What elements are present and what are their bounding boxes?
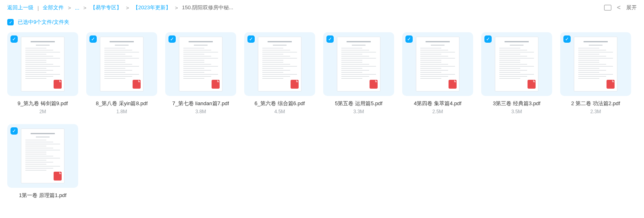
file-thumbnail[interactable]: ✓ <box>323 32 394 96</box>
file-size: 3.3M <box>353 109 364 114</box>
file-checkbox[interactable]: ✓ <box>10 35 18 43</box>
pdf-badge-icon <box>449 80 457 89</box>
pdf-badge-icon <box>528 80 536 89</box>
pdf-badge-icon <box>54 80 62 89</box>
file-name[interactable]: 5第五卷 运用篇5.pdf <box>335 100 382 107</box>
file-name[interactable]: 2 第二卷 功法篇2.pdf <box>571 100 620 107</box>
file-tile[interactable]: ✓4第四卷 集萃篇4.pdf2.5M <box>402 32 473 114</box>
breadcrumb: 返回上一级 | 全部文件 > ... > 【易学专区】 > 【2023年更新】 … <box>0 0 644 15</box>
document-preview <box>416 37 459 91</box>
breadcrumb-back[interactable]: 返回上一级 <box>7 4 33 11</box>
document-preview <box>574 37 617 91</box>
breadcrumb-ellipsis[interactable]: ... <box>75 5 79 11</box>
file-checkbox[interactable]: ✓ <box>405 35 413 43</box>
file-tile[interactable]: ✓7_第七卷 liandan篇7.pdf3.8M <box>165 32 236 114</box>
file-checkbox[interactable]: ✓ <box>89 35 97 43</box>
file-name[interactable]: 9_第九卷 铸剑篇9.pdf <box>18 100 68 107</box>
file-size: 2.3M <box>590 109 601 114</box>
select-all-checkbox[interactable]: ✓ <box>7 19 14 25</box>
file-tile[interactable]: ✓1第一卷 原理篇1.pdf <box>7 124 78 201</box>
pdf-badge-icon <box>291 80 299 89</box>
file-size: 4.5M <box>274 109 285 114</box>
file-name[interactable]: 7_第七卷 liandan篇7.pdf <box>172 100 229 107</box>
breadcrumb-sep: > <box>83 5 87 11</box>
document-preview <box>179 37 222 91</box>
file-thumbnail[interactable]: ✓ <box>86 32 157 96</box>
file-tile[interactable]: ✓5第五卷 运用篇5.pdf3.3M <box>323 32 394 114</box>
file-name[interactable]: 6_第六卷 综合篇6.pdf <box>255 100 305 107</box>
selection-bar: ✓ 已选中9个文件/文件夹 <box>0 15 644 32</box>
selection-count-label: 已选中9个文件/文件夹 <box>18 19 69 26</box>
view-mode-icon[interactable] <box>604 5 611 10</box>
file-tile[interactable]: ✓2 第二卷 功法篇2.pdf2.3M <box>560 32 631 114</box>
breadcrumb-path1[interactable]: 【易学专区】 <box>90 4 122 11</box>
document-preview <box>21 37 64 91</box>
file-checkbox[interactable]: ✓ <box>563 35 571 43</box>
file-tile[interactable]: ✓6_第六卷 综合篇6.pdf4.5M <box>244 32 315 114</box>
file-name[interactable]: 8_第八卷 采yin篇8.pdf <box>96 100 148 107</box>
file-checkbox[interactable]: ✓ <box>484 35 492 43</box>
breadcrumb-sep: > <box>126 5 129 11</box>
file-checkbox[interactable]: ✓ <box>168 35 176 43</box>
file-size: 3.5M <box>511 109 522 114</box>
breadcrumb-root[interactable]: 全部文件 <box>43 4 64 11</box>
file-name[interactable]: 3第三卷 经典篇3.pdf <box>493 100 540 107</box>
pdf-badge-icon <box>370 80 378 89</box>
pdf-badge-icon <box>54 172 62 181</box>
pdf-badge-icon <box>607 80 615 89</box>
file-thumbnail[interactable]: ✓ <box>244 32 315 96</box>
breadcrumb-current: 150.阴阳双修房中秘... <box>182 4 233 11</box>
document-preview <box>337 37 380 91</box>
document-preview <box>21 129 64 183</box>
file-size: 1.8M <box>116 109 127 114</box>
document-preview <box>495 37 538 91</box>
file-thumbnail[interactable]: ✓ <box>165 32 236 96</box>
file-size: 3.8M <box>195 109 206 114</box>
file-thumbnail[interactable]: ✓ <box>402 32 473 96</box>
expand-button[interactable]: 展开 <box>626 4 637 11</box>
breadcrumb-sep: > <box>175 5 178 11</box>
breadcrumb-path2[interactable]: 【2023年更新】 <box>133 4 171 11</box>
chevron-left-icon[interactable]: < <box>617 4 621 11</box>
pdf-badge-icon <box>133 80 141 89</box>
breadcrumb-sep: > <box>68 5 71 11</box>
file-checkbox[interactable]: ✓ <box>326 35 334 43</box>
file-tile[interactable]: ✓8_第八卷 采yin篇8.pdf1.8M <box>86 32 157 114</box>
pdf-badge-icon <box>212 80 220 89</box>
file-thumbnail[interactable]: ✓ <box>7 32 78 96</box>
file-checkbox[interactable]: ✓ <box>247 35 255 43</box>
file-name[interactable]: 1第一卷 原理篇1.pdf <box>19 192 66 199</box>
document-preview <box>100 37 143 91</box>
file-name[interactable]: 4第四卷 集萃篇4.pdf <box>414 100 461 107</box>
file-thumbnail[interactable]: ✓ <box>560 32 631 96</box>
breadcrumb-sep-pipe: | <box>37 5 39 11</box>
file-tile[interactable]: ✓3第三卷 经典篇3.pdf3.5M <box>481 32 552 114</box>
file-size: 2.5M <box>432 109 443 114</box>
file-tile[interactable]: ✓9_第九卷 铸剑篇9.pdf2M <box>7 32 78 114</box>
file-thumbnail[interactable]: ✓ <box>481 32 552 96</box>
file-checkbox[interactable]: ✓ <box>10 127 18 135</box>
file-grid: ✓9_第九卷 铸剑篇9.pdf2M✓8_第八卷 采yin篇8.pdf1.8M✓7… <box>0 32 644 209</box>
document-preview <box>258 37 301 91</box>
file-size: 2M <box>39 109 46 114</box>
file-thumbnail[interactable]: ✓ <box>7 124 78 188</box>
